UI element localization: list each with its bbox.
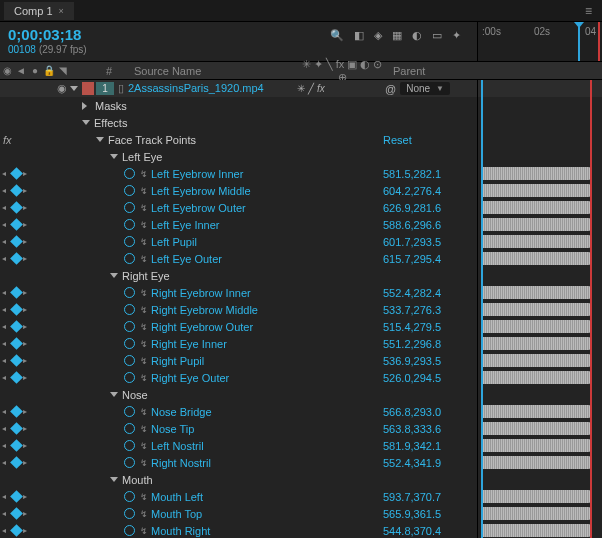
keyframe-track[interactable] xyxy=(481,490,590,503)
next-keyframe-icon[interactable]: ▸ xyxy=(23,187,31,195)
stopwatch-icon[interactable] xyxy=(124,338,135,349)
next-keyframe-icon[interactable]: ▸ xyxy=(23,374,31,382)
link-icon[interactable]: ↯ xyxy=(140,509,148,519)
keyframe-track[interactable] xyxy=(481,201,590,214)
search-icon[interactable]: 🔍 xyxy=(330,29,344,42)
prev-keyframe-icon[interactable]: ◂ xyxy=(2,425,10,433)
keyframe-diamond-icon[interactable] xyxy=(10,320,23,333)
keyframe-diamond-icon[interactable] xyxy=(10,184,23,197)
next-keyframe-icon[interactable]: ▸ xyxy=(23,204,31,212)
property-value[interactable]: 563.8,333.6 xyxy=(379,423,477,435)
keyframe-track[interactable] xyxy=(481,524,590,537)
keyframe-track[interactable] xyxy=(481,286,590,299)
keyframe-track[interactable] xyxy=(481,252,590,265)
stopwatch-icon[interactable] xyxy=(124,525,135,536)
stopwatch-icon[interactable] xyxy=(124,508,135,519)
next-keyframe-icon[interactable]: ▸ xyxy=(23,493,31,501)
prev-keyframe-icon[interactable]: ◂ xyxy=(2,238,10,246)
stopwatch-icon[interactable] xyxy=(124,304,135,315)
keyframe-diamond-icon[interactable] xyxy=(10,507,23,520)
work-area-end[interactable] xyxy=(598,22,600,61)
link-icon[interactable]: ↯ xyxy=(140,424,148,434)
stopwatch-icon[interactable] xyxy=(124,287,135,298)
keyframe-track[interactable] xyxy=(481,303,590,316)
property-value[interactable]: 565.9,361.5 xyxy=(379,508,477,520)
link-icon[interactable]: ↯ xyxy=(140,407,148,417)
keyframe-track[interactable] xyxy=(481,184,590,197)
comp-tab[interactable]: Comp 1 × xyxy=(4,2,74,20)
link-icon[interactable]: ↯ xyxy=(140,373,148,383)
prev-keyframe-icon[interactable]: ◂ xyxy=(2,204,10,212)
prev-keyframe-icon[interactable]: ◂ xyxy=(2,255,10,263)
property-value[interactable]: 536.9,293.5 xyxy=(379,355,477,367)
keyframe-track[interactable] xyxy=(481,218,590,231)
keyframe-diamond-icon[interactable] xyxy=(10,235,23,248)
stopwatch-icon[interactable] xyxy=(124,491,135,502)
source-header[interactable]: Source Name xyxy=(130,65,297,77)
prev-keyframe-icon[interactable]: ◂ xyxy=(2,442,10,450)
property-value[interactable]: 533.7,276.3 xyxy=(379,304,477,316)
prev-keyframe-icon[interactable]: ◂ xyxy=(2,527,10,535)
close-icon[interactable]: × xyxy=(59,6,64,16)
current-timecode[interactable]: 0;00;03;18 xyxy=(8,26,81,43)
panel-menu-icon[interactable]: ≡ xyxy=(579,4,598,18)
keyframe-diamond-icon[interactable] xyxy=(10,303,23,316)
prev-keyframe-icon[interactable]: ◂ xyxy=(2,408,10,416)
property-value[interactable]: 588.6,296.6 xyxy=(379,219,477,231)
collapse-switch-icon[interactable]: ╱ xyxy=(308,83,314,94)
keyframe-diamond-icon[interactable] xyxy=(10,252,23,265)
property-value[interactable]: 515.4,279.5 xyxy=(379,321,477,333)
motion-blur-icon[interactable]: ◐ xyxy=(412,29,422,42)
collapse-icon[interactable] xyxy=(110,154,118,163)
collapse-icon[interactable] xyxy=(110,477,118,486)
keyframe-track[interactable] xyxy=(481,371,590,384)
property-value[interactable]: 593.7,370.7 xyxy=(379,491,477,503)
keyframe-track[interactable] xyxy=(481,354,590,367)
collapse-icon[interactable] xyxy=(96,137,104,146)
next-keyframe-icon[interactable]: ▸ xyxy=(23,408,31,416)
link-icon[interactable]: ↯ xyxy=(140,526,148,536)
prev-keyframe-icon[interactable]: ◂ xyxy=(2,221,10,229)
link-icon[interactable]: ↯ xyxy=(140,322,148,332)
prev-keyframe-icon[interactable]: ◂ xyxy=(2,306,10,314)
link-icon[interactable]: ↯ xyxy=(140,288,148,298)
keyframe-diamond-icon[interactable] xyxy=(10,422,23,435)
label-color[interactable] xyxy=(82,82,94,95)
keyframe-diamond-icon[interactable] xyxy=(10,490,23,503)
property-value[interactable]: 604.2,276.4 xyxy=(379,185,477,197)
reset-link[interactable]: Reset xyxy=(379,134,477,146)
keyframe-diamond-icon[interactable] xyxy=(10,286,23,299)
keyframe-track[interactable] xyxy=(481,422,590,435)
link-icon[interactable]: ↯ xyxy=(140,458,148,468)
link-icon[interactable]: ↯ xyxy=(140,492,148,502)
link-icon[interactable]: ↯ xyxy=(140,186,148,196)
link-icon[interactable]: ↯ xyxy=(140,203,148,213)
visibility-toggle-icon[interactable]: ◉ xyxy=(54,82,70,95)
stopwatch-icon[interactable] xyxy=(124,457,135,468)
next-keyframe-icon[interactable]: ▸ xyxy=(23,527,31,535)
keyframe-track[interactable] xyxy=(481,456,590,469)
keyframe-diamond-icon[interactable] xyxy=(10,354,23,367)
comp-flowchart-icon[interactable]: ◧ xyxy=(354,29,364,42)
collapse-icon[interactable] xyxy=(82,120,90,129)
next-keyframe-icon[interactable]: ▸ xyxy=(23,357,31,365)
link-icon[interactable]: ↯ xyxy=(140,339,148,349)
keyframe-diamond-icon[interactable] xyxy=(10,405,23,418)
property-value[interactable]: 566.8,293.0 xyxy=(379,406,477,418)
next-keyframe-icon[interactable]: ▸ xyxy=(23,289,31,297)
stopwatch-icon[interactable] xyxy=(124,202,135,213)
pickwhip-icon[interactable]: @ xyxy=(385,83,396,95)
prev-keyframe-icon[interactable]: ◂ xyxy=(2,493,10,501)
next-keyframe-icon[interactable]: ▸ xyxy=(23,323,31,331)
layer-name[interactable]: ▯2AssassinsParis_1920.mp4 xyxy=(114,82,297,95)
property-value[interactable]: 552.4,341.9 xyxy=(379,457,477,469)
stopwatch-icon[interactable] xyxy=(124,236,135,247)
keyframe-diamond-icon[interactable] xyxy=(10,524,23,537)
keyframe-diamond-icon[interactable] xyxy=(10,456,23,469)
keyframe-diamond-icon[interactable] xyxy=(10,201,23,214)
link-icon[interactable]: ↯ xyxy=(140,254,148,264)
prev-keyframe-icon[interactable]: ◂ xyxy=(2,374,10,382)
next-keyframe-icon[interactable]: ▸ xyxy=(23,238,31,246)
stopwatch-icon[interactable] xyxy=(124,423,135,434)
time-ruler[interactable]: :00s 02s 04 xyxy=(477,22,602,61)
